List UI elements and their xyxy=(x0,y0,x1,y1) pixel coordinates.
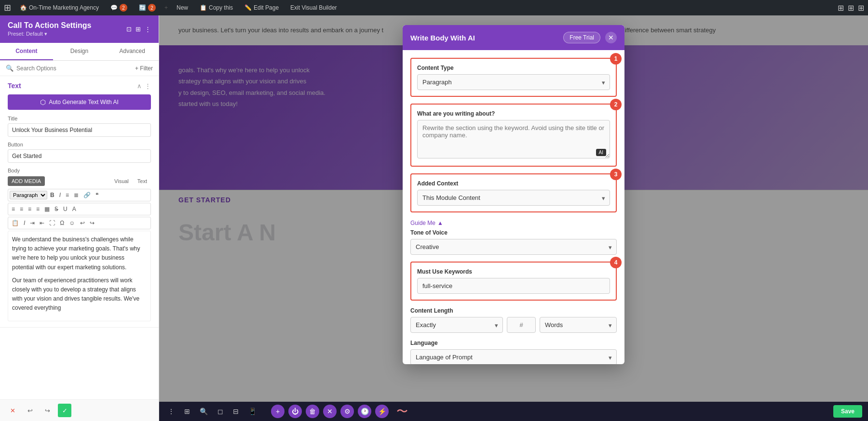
omega-btn[interactable]: Ω xyxy=(58,219,66,227)
keywords-input[interactable] xyxy=(417,278,610,294)
ai-textarea-button[interactable]: AI xyxy=(596,149,606,156)
align-right-btn[interactable]: ≡ xyxy=(26,205,33,213)
admin-icon-2[interactable]: ⊞ xyxy=(848,3,854,13)
ai-icon: ⬡ xyxy=(40,98,46,106)
toolbar-mobile-btn[interactable]: 📱 xyxy=(245,406,259,417)
indent-btn[interactable]: ⇥ xyxy=(28,219,37,227)
copy-this-link[interactable]: 📋 Copy this xyxy=(197,2,236,13)
added-context-select[interactable]: This Module Content Page Content None xyxy=(417,190,610,206)
list-ul-btn[interactable]: ≡ xyxy=(64,191,71,199)
content-type-select[interactable]: Paragraph List Headers FAQ xyxy=(417,74,610,90)
admin-icon-1[interactable]: ⊞ xyxy=(838,3,844,13)
writing-about-textarea[interactable] xyxy=(417,120,610,158)
editor-toolbar-3: 📋 I ⇥ ⇤ ⛶ Ω ☺ ↩ ↪ xyxy=(8,217,151,229)
content-type-wrapper: Paragraph List Headers FAQ xyxy=(417,74,610,90)
length-type-select[interactable]: Exactly At Least At Most xyxy=(410,317,503,333)
fullscreen-btn[interactable]: ⛶ xyxy=(47,219,57,227)
toolbar-settings-btn[interactable]: ⚙ xyxy=(340,405,354,418)
toolbar-layout-btn[interactable]: ⊞ xyxy=(181,406,193,417)
length-number-input[interactable] xyxy=(507,317,536,333)
toolbar-menu-btn[interactable]: ⋮ xyxy=(165,406,177,417)
link-btn[interactable]: 🔗 xyxy=(81,191,93,199)
list-ol-btn[interactable]: ≣ xyxy=(72,191,81,199)
modal-header: Write Body With AI Free Trial ✕ xyxy=(403,25,624,50)
admin-icon-3[interactable]: ⊞ xyxy=(858,3,864,13)
tab-text[interactable]: Text xyxy=(134,177,151,185)
admin-bar: ⊞ 🏠 On-Time Marketing Agency 💬 2 🔄 2 + N… xyxy=(0,0,868,15)
quote-btn[interactable]: ❝ xyxy=(94,191,100,199)
length-unit-select[interactable]: Words Sentences Paragraphs xyxy=(540,317,617,333)
paragraph-select[interactable]: Paragraph xyxy=(10,191,47,199)
main-layout: Call To Action Settings Preset: Default … xyxy=(0,15,868,421)
sidebar-layout-icon[interactable]: ⊞ xyxy=(136,26,141,33)
step4-section: 4 Must Use Keywords xyxy=(410,262,617,301)
italic2-btn[interactable]: I xyxy=(22,219,27,227)
toolbar-filter-btn[interactable]: ⚡ xyxy=(375,405,389,418)
sidebar-expand-icon[interactable]: ⊡ xyxy=(126,26,132,33)
toolbar-delete-btn[interactable]: 🗑 xyxy=(306,405,319,418)
guide-me-icon: ▲ xyxy=(437,220,443,226)
toolbar-power-btn[interactable]: ⏻ xyxy=(288,405,302,418)
title-label: Title xyxy=(8,116,151,121)
modal-close-button[interactable]: ✕ xyxy=(605,32,617,43)
undo-changes-btn[interactable]: ↩ xyxy=(23,404,37,417)
more-icon[interactable]: ⋮ xyxy=(145,82,151,90)
search-icon: 🔍 xyxy=(6,65,14,72)
button-input[interactable] xyxy=(8,149,151,163)
text-color-btn[interactable]: A xyxy=(70,205,78,213)
align-center-btn[interactable]: ≡ xyxy=(18,205,25,213)
underline-btn[interactable]: U xyxy=(61,205,69,213)
table-btn[interactable]: ▦ xyxy=(42,205,52,213)
content-length-label: Content Length xyxy=(410,307,617,314)
redo-changes-btn[interactable]: ↪ xyxy=(41,404,54,417)
body-text-editor[interactable]: We understand the business's challenges … xyxy=(8,231,151,321)
exit-builder-link[interactable]: Exit Visual Builder xyxy=(287,2,340,13)
filter-button[interactable]: + Filter xyxy=(135,65,153,72)
updates-link[interactable]: 🔄 2 xyxy=(136,2,159,13)
site-name[interactable]: 🏠 On-Time Marketing Agency xyxy=(17,2,102,13)
redo-btn[interactable]: ↪ xyxy=(88,219,96,227)
toolbar-close-btn[interactable]: ✕ xyxy=(323,405,337,418)
emoji-btn[interactable]: ☺ xyxy=(67,219,77,227)
tab-visual[interactable]: Visual xyxy=(110,177,133,185)
language-label: Language xyxy=(410,340,617,346)
save-button[interactable]: Save xyxy=(833,405,862,418)
ai-generate-button[interactable]: ⬡ Auto Generate Text With AI xyxy=(8,94,151,110)
page-bottom-toolbar: ⋮ ⊞ 🔍 ◻ ⊟ 📱 + ⏻ 🗑 ✕ ⚙ 🕐 ⚡ 〜 Save xyxy=(159,402,868,421)
toolbar-clock-btn[interactable]: 🕐 xyxy=(358,405,371,418)
toolbar-add-btn[interactable]: + xyxy=(271,405,285,418)
paste-btn[interactable]: 📋 xyxy=(10,219,21,227)
outdent-btn[interactable]: ⇤ xyxy=(38,219,46,227)
italic-btn[interactable]: I xyxy=(57,191,63,199)
step3-badge: 3 xyxy=(610,169,622,180)
tab-design[interactable]: Design xyxy=(53,43,106,60)
search-input[interactable] xyxy=(16,65,132,72)
language-wrapper: Language of Prompt English Spanish Frenc… xyxy=(410,349,617,364)
bold-btn[interactable]: B xyxy=(48,191,56,199)
toolbar-search-btn[interactable]: 🔍 xyxy=(197,406,211,417)
undo-btn[interactable]: ↩ xyxy=(78,219,87,227)
title-input[interactable] xyxy=(8,123,151,137)
strikethrough-btn[interactable]: S̶ xyxy=(53,205,60,213)
toolbar-columns-btn[interactable]: ⊟ xyxy=(230,406,242,417)
guide-me-link[interactable]: Guide Me ▲ xyxy=(410,220,443,226)
step1-badge: 1 xyxy=(610,53,622,65)
free-trial-button[interactable]: Free Trial xyxy=(563,32,600,43)
tab-content[interactable]: Content xyxy=(0,43,53,60)
tab-advanced[interactable]: Advanced xyxy=(106,43,159,60)
wordpress-icon[interactable]: ⊞ xyxy=(4,2,11,13)
sidebar-preset[interactable]: Preset: Default ▾ xyxy=(8,31,91,37)
align-justify-btn[interactable]: ≡ xyxy=(34,205,41,213)
add-media-button[interactable]: ADD MEDIA xyxy=(8,176,45,186)
save-bottom-btn[interactable]: ✓ xyxy=(58,404,71,417)
edit-page-link[interactable]: ✏️ Edit Page xyxy=(242,2,282,13)
discard-btn[interactable]: ✕ xyxy=(6,404,19,417)
toolbar-view-btn[interactable]: ◻ xyxy=(215,406,226,417)
language-select[interactable]: Language of Prompt English Spanish Frenc… xyxy=(410,349,617,364)
new-link[interactable]: New xyxy=(174,2,191,13)
sidebar-menu-icon[interactable]: ⋮ xyxy=(145,26,151,33)
collapse-icon[interactable]: ∧ xyxy=(137,82,142,90)
tone-select[interactable]: Creative Professional Casual Formal Pers… xyxy=(410,239,617,255)
align-left-btn[interactable]: ≡ xyxy=(10,205,17,213)
comments-link[interactable]: 💬 2 xyxy=(108,2,130,13)
